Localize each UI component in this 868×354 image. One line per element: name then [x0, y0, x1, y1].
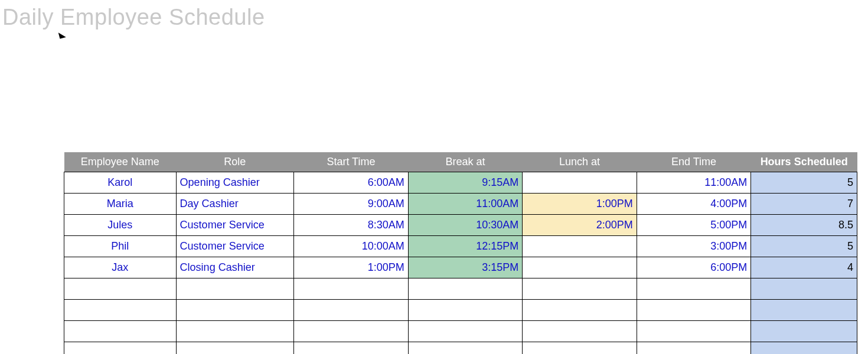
page-title: Daily Employee Schedule	[0, 0, 868, 32]
